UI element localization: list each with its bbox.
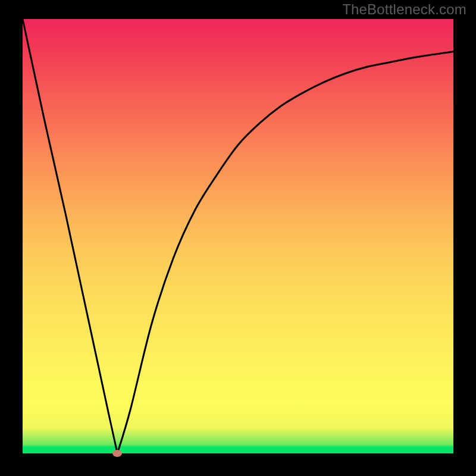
chart-container: TheBottleneck.com <box>0 0 476 476</box>
bottleneck-curve-path <box>23 19 453 453</box>
minimum-marker <box>112 450 122 457</box>
plot-area <box>23 19 453 453</box>
watermark-text: TheBottleneck.com <box>342 1 466 18</box>
curve-svg <box>23 19 453 453</box>
